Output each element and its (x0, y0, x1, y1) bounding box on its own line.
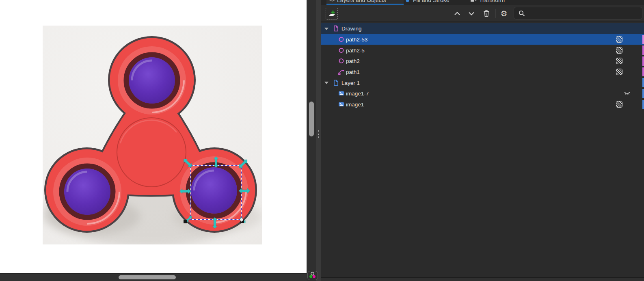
highlight-color-strip (642, 45, 644, 55)
tree-row-layer-1[interactable]: Layer 1 (321, 77, 644, 88)
divider-grip-icon[interactable] (318, 130, 319, 138)
object-label: path2 (346, 58, 360, 64)
clip-indicator-icon[interactable] (616, 36, 622, 43)
tab-label: Transform (479, 0, 505, 3)
scale-handle-left[interactable] (179, 189, 191, 194)
color-managed-display-button[interactable] (307, 271, 318, 280)
tree-row-path2-53[interactable]: path2-53 (321, 34, 644, 45)
tab-fill-and-stroke[interactable]: Fill and Stroke (402, 0, 467, 5)
object-label: path2-5 (346, 47, 365, 53)
highlight-color-strip (642, 89, 644, 98)
highlight-color-strip (642, 78, 644, 87)
search-input[interactable] (525, 10, 642, 16)
object-search-box[interactable] (514, 7, 642, 19)
tree-row-path2-5[interactable]: path2-5 (321, 45, 644, 56)
highlight-color-strip (642, 56, 644, 66)
layer-document-icon (333, 80, 339, 86)
bezier-path-icon (338, 69, 344, 75)
drawing-canvas[interactable] (0, 0, 307, 281)
gear-icon: ⚙ (500, 10, 507, 17)
chevron-up-icon (453, 10, 461, 17)
clip-indicator-icon[interactable] (616, 101, 622, 108)
paint-drop-icon (405, 0, 410, 4)
panel-empty-area (321, 110, 644, 278)
object-label: Layer 1 (341, 80, 360, 86)
move-down-button[interactable] (466, 8, 477, 19)
image-object-icon (338, 102, 344, 108)
panel-resize-divider[interactable] (316, 0, 321, 281)
tree-row-image1-7[interactable]: image1-7 (321, 88, 644, 99)
move-up-button[interactable] (452, 8, 463, 19)
object-label: image1 (346, 102, 364, 108)
tab-layers-and-objects[interactable]: Layers and Objects (326, 0, 404, 5)
image-object-icon (338, 91, 344, 97)
anchor-mark-bottom-left (184, 220, 187, 223)
ellipse-object-icon (338, 37, 344, 43)
layers-icon (329, 0, 335, 4)
ellipse-object-icon (338, 58, 344, 64)
clip-indicator-icon[interactable] (616, 69, 622, 75)
delete-object-button[interactable] (481, 8, 492, 19)
scale-handle-bottom[interactable] (212, 217, 218, 229)
hidden-eye-icon[interactable] (624, 91, 631, 96)
add-layer-icon (327, 10, 336, 18)
add-layer-button[interactable] (326, 8, 338, 19)
ellipse-object-icon (338, 47, 344, 53)
tree-row-image1[interactable]: image1 (321, 99, 644, 110)
selection-bbox (191, 166, 242, 220)
tree-row-path2[interactable]: path2 (321, 56, 644, 67)
highlight-color-strip (642, 35, 644, 44)
panel-bottom-edge (321, 277, 644, 281)
tree-row-path1[interactable]: path1 (321, 67, 644, 78)
transform-icon (470, 0, 478, 4)
scale-handle-top[interactable] (214, 156, 219, 168)
vertical-scrollbar[interactable] (307, 0, 316, 281)
clip-indicator-icon[interactable] (616, 58, 622, 64)
scale-handle-top-left[interactable] (182, 157, 194, 169)
scale-handle-top-right[interactable] (238, 158, 249, 170)
selection-overlay (0, 0, 307, 281)
tab-label: Layers and Objects (337, 0, 386, 3)
scale-handle-right[interactable] (239, 188, 250, 194)
object-label: image1-7 (346, 91, 369, 97)
toolbar-separator (495, 9, 496, 18)
chevron-down-icon (467, 10, 475, 17)
trash-icon (482, 9, 491, 17)
settings-button[interactable]: ⚙ (498, 8, 510, 19)
dialog-tab-bar: Layers and Objects Fill and Stroke Trans… (321, 0, 644, 5)
expander-down-icon[interactable] (324, 82, 328, 84)
object-label: Drawing (341, 26, 362, 32)
horizontal-scrollbar-thumb[interactable] (119, 275, 176, 279)
clip-indicator-icon[interactable] (616, 47, 622, 54)
document-icon (333, 25, 339, 32)
tab-label: Fill and Stroke (413, 0, 449, 3)
layers-objects-panel: Layers and Objects Fill and Stroke Trans… (321, 0, 644, 281)
object-tree: Drawing path2-53 path2-5 (321, 23, 644, 110)
horizontal-scrollbar[interactable] (0, 273, 307, 281)
tab-transform[interactable]: Transform (467, 0, 521, 5)
objects-toolbar: ⚙ (321, 5, 644, 22)
vertical-scrollbar-thumb[interactable] (309, 102, 314, 136)
application-window: Layers and Objects Fill and Stroke Trans… (0, 0, 644, 281)
tree-row-drawing[interactable]: Drawing (321, 23, 644, 34)
highlight-color-strip (642, 67, 644, 77)
object-label: path2-53 (346, 37, 367, 43)
expander-down-icon[interactable] (324, 28, 328, 30)
highlight-color-strip (642, 100, 644, 109)
search-icon (518, 10, 525, 17)
color-circles-icon (308, 271, 317, 279)
object-label: path1 (346, 69, 360, 75)
